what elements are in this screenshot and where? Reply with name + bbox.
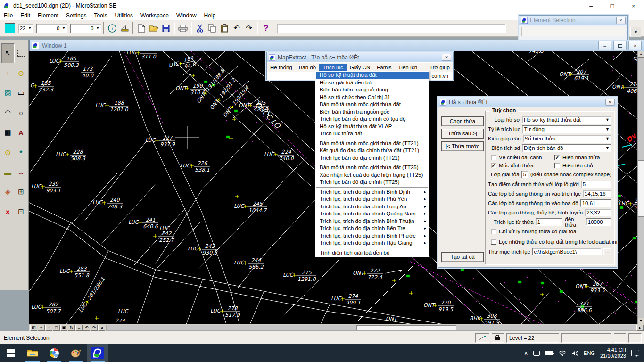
palette-grip[interactable] [2,41,27,42]
text-tool[interactable]: A [15,123,28,142]
dropdown-menu-item[interactable]: Bản mô tả ranh mốc giới thửa đất (TT25) [316,164,429,172]
mapextract-menu-item[interactable]: Famis [373,64,395,71]
color-palette-tool[interactable]: ◈ [1,182,15,202]
pattern-tool[interactable]: ▨ [1,83,15,103]
battery-icon[interactable] [545,351,553,355]
view-control-6[interactable]: ↔ [75,325,83,331]
dropdown-menu-item[interactable]: Hồ sơ kỹ thuật thửa đất VLAP [316,123,429,131]
dropdown-menu-item[interactable]: Kết quả đo đạc địa chính thửa đất (TT21) [316,147,429,155]
menu-item-settings[interactable]: Settings [62,12,90,19]
close-button[interactable]: × [623,0,644,11]
menu-item-tools[interactable]: Tools [90,12,111,19]
thua-truoc-button[interactable]: |< Thửa trước [441,141,484,151]
help-button[interactable]: ? [260,23,272,34]
scroll-up-button[interactable]: ▴ [638,51,644,58]
wifi-icon[interactable] [559,350,566,356]
level-combo[interactable]: 22▼ [18,24,33,33]
scroll-down-button[interactable]: ▾ [638,318,644,324]
view-control-2[interactable]: − [45,325,52,331]
fit-view-tool[interactable]: ⊡ [15,202,28,222]
browse-button[interactable]: ... [603,248,611,255]
dropdown-menu-item[interactable]: Trích lục, trích đo địa chính Bình Phước… [316,232,429,240]
dropdown-menu-item[interactable]: Trích lục, trích đo địa chính Long An▸ [316,203,429,211]
lop-giai-toa-input[interactable]: 5 [521,171,528,178]
dialog-titlebar[interactable]: Hå s¬ thöa ®Êt ✕ [438,97,617,107]
mapextract-menu-item[interactable]: Trợ giúp [426,64,453,71]
arc-tool[interactable]: ◠ [1,103,15,123]
view-control-0[interactable]: ◧ [30,325,37,331]
mapextract-close-button[interactable]: ✕ [442,54,451,61]
vertical-scroll-thumb[interactable] [638,160,644,217]
active-level-panel[interactable]: Level = 22 [506,333,559,343]
view-control-3[interactable]: □ [53,325,60,331]
cells-tool[interactable]: ▦ [1,123,15,142]
notification-center-icon[interactable] [631,350,639,356]
cut-button[interactable] [194,23,206,34]
file-explorer-taskbar-button[interactable] [22,344,43,362]
dropdown-menu-item[interactable]: Trích lục bản đồ địa chính (TT25) [316,179,429,186]
dropdown-menu-item[interactable]: Trích lục, trích đo địa chính Phú Yên▸ [316,196,429,203]
view-control-7[interactable]: ↶ [83,325,90,331]
element-selection-close-button[interactable]: × [616,17,626,24]
minimize-button[interactable]: – [580,0,602,11]
dropdown-menu-item[interactable]: Hồ sơ tổ chức theo Chỉ thị 31 [316,94,429,101]
scroll-right-button[interactable]: ▸ [636,325,644,331]
copy-button[interactable] [206,23,218,34]
vertical-scrollbar[interactable]: ▴ ▾ [637,51,644,324]
window1-titlebar[interactable]: Window 1 – × [30,40,644,51]
kieu-giap-can-select[interactable]: Số hiệu thửa▼ [523,135,611,143]
window1-restore-button[interactable] [613,41,627,50]
den-thua-input[interactable]: 10000 [586,218,611,226]
loai-ho-so-select[interactable]: Hồ sơ kỹ thuật thửa đất▼ [522,116,611,124]
ellipse-tool[interactable]: ○ [15,103,28,123]
chon-thua-button[interactable]: Chọn thửa [441,116,484,126]
key-in-field[interactable] [277,24,506,33]
window1-close-button[interactable]: × [628,41,642,50]
speaker-icon[interactable] [571,350,578,356]
active-color-swatch[interactable] [5,23,15,33]
dropdown-menu-item[interactable]: Trích lục, trích đo địa chính Bình Định▸ [316,189,429,196]
clock[interactable]: 4:41 CH21/10/2023 [600,347,626,359]
dropdown-menu-item[interactable]: Hồ sơ giải toả đền bù [316,79,429,87]
microstation-taskbar-button[interactable] [87,344,108,362]
menu-item-utilities[interactable]: Utilities [111,12,137,19]
view-control-4[interactable]: ▣ [60,325,67,331]
mapextract-menu-item[interactable]: Bản đồ [296,64,319,71]
shape-tool[interactable]: ▭ [15,83,28,103]
mapextract-menu-item[interactable]: Hệ thống [267,64,296,71]
snap-mode-panel[interactable] [475,333,489,343]
new-file-button[interactable] [136,23,147,34]
window1-minimize-button[interactable]: – [598,41,611,50]
thua-sau-button[interactable]: Thửa sau >| [441,129,484,139]
scroll-left-button[interactable]: ◂ [98,325,105,331]
dropdown-menu-item[interactable]: Trích lục bản đồ địa chính (TT21) [316,155,429,162]
chi-xu-ly-giai-toa-checkbox[interactable]: Chỉ xử lý những thửa có giải toả [491,227,611,236]
dien-tich-sd-select[interactable]: Diện tích bản đồ▼ [522,144,611,152]
view-control-8[interactable]: ↷ [91,325,98,331]
dropdown-menu-item[interactable]: Trích lục, trích đo địa chính Bến Tre▸ [316,225,429,232]
analyze-element-button[interactable]: i [107,23,118,34]
delete-element-tool[interactable]: × [1,202,15,222]
dropdown-menu-item[interactable]: Biên bản hiện trạng sử dụng [316,86,429,94]
menu-item-edit[interactable]: Edit [17,12,34,19]
element-selection-tool[interactable]: ↖ [1,43,15,63]
language-indicator[interactable]: ENG [584,350,595,356]
dropdown-menu-item[interactable]: Biên bản thẩm tra nguồn gốc [316,108,429,116]
undo-button[interactable]: ↶ [231,23,242,34]
menu-item-window[interactable]: Window [173,12,200,19]
dimension-tool[interactable]: ↔ [15,162,28,182]
dropdown-menu-item[interactable]: Hồ sơ kỹ thuật thửa đất [316,72,429,79]
view-control-5[interactable]: ↻ [68,325,75,331]
line-weight-combo[interactable]: 0▼ [70,24,101,33]
diem-cat-ranh-input[interactable]: 5 [581,181,611,188]
isolate-element-tool[interactable]: ʘ [1,142,15,162]
points-tool[interactable]: + [1,63,15,83]
dropdown-menu-item[interactable]: Xác nhận kết quả đo đạc hiện trạng (TT25… [316,172,429,179]
paint-taskbar-button[interactable] [65,344,87,362]
hien-ten-chu-checkbox[interactable]: Hiện tên chủ [554,163,611,168]
mapextract-menu-item[interactable]: Tiện ích [395,64,421,71]
mapextract-menu-item[interactable]: Trích lục [319,64,347,71]
lop-bo-sung-trich-luc-input[interactable]: 14,15,16 [583,190,611,197]
ve-chieu-dai-canh-checkbox[interactable]: Vẽ chiều dài cạnh [491,155,554,160]
view-control-1[interactable]: + [38,325,45,331]
